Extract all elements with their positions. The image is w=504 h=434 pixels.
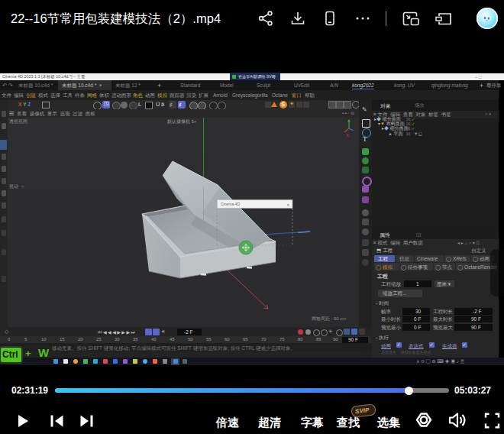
svg-text:X: X — [346, 133, 349, 138]
svg-text:Cinema 4D: Cinema 4D — [221, 202, 240, 206]
svg-text:×: × — [287, 202, 290, 207]
